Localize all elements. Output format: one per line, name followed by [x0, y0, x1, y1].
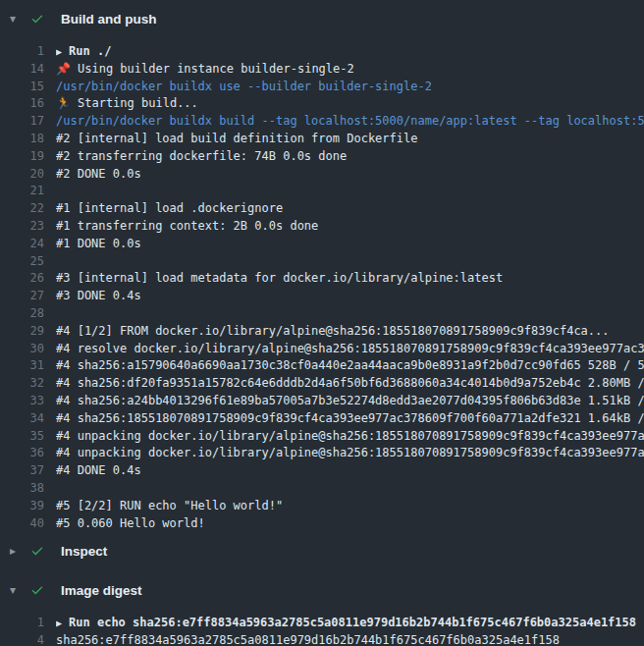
line-number[interactable]: 25 — [0, 253, 44, 271]
log-text: #3 DONE 0.4s — [56, 288, 644, 305]
log-line: 30#4 resolve docker.io/library/alpine@sh… — [0, 341, 644, 358]
line-number[interactable]: 23 — [0, 218, 44, 236]
line-number[interactable]: 38 — [0, 480, 44, 498]
section-header-build-and-push[interactable]: ▾ Build and push — [0, 0, 644, 37]
line-number[interactable]: 33 — [0, 393, 44, 410]
log-text: #3 [internal] load metadata for docker.i… — [56, 270, 644, 288]
log-line: 38 — [0, 480, 644, 498]
line-number[interactable]: 37 — [0, 462, 44, 480]
line-number[interactable]: 15 — [0, 79, 44, 96]
log-text: /usr/bin/docker buildx use --builder bui… — [56, 79, 644, 96]
line-number[interactable]: 21 — [0, 183, 44, 200]
log-line: 21 — [0, 183, 644, 200]
log-line: 29#4 [1/2] FROM docker.io/library/alpine… — [0, 323, 644, 341]
log-line: 36#4 unpacking docker.io/library/alpine@… — [0, 445, 644, 462]
log-text: ▶Run echo sha256:e7ff8834a5963a2785c5a08… — [56, 615, 644, 632]
log-text — [56, 253, 644, 271]
log-text: #4 sha256:a15790640a6690aa1730c38cf0a440… — [56, 357, 644, 375]
section-inspect: ▸ Inspect — [0, 532, 644, 569]
play-icon: ▶ — [56, 615, 62, 632]
log-line: 39#5 [2/2] RUN echo "Hello world!" — [0, 498, 644, 515]
check-success-icon — [29, 543, 45, 559]
log-text — [56, 480, 644, 498]
log-text — [56, 305, 644, 323]
chevron-down-icon[interactable]: ▾ — [10, 584, 22, 596]
runner-icon: 🏃 — [56, 95, 71, 113]
log-line: 26#3 [internal] load metadata for docker… — [0, 270, 644, 288]
section-title[interactable]: Inspect — [61, 544, 107, 559]
chevron-right-icon[interactable]: ▸ — [10, 545, 22, 557]
log-text: #4 sha256:df20fa9351a15782c64e6dddb2d4a6… — [56, 375, 644, 393]
pushpin-icon: 📌 — [56, 61, 71, 79]
line-number[interactable]: 22 — [0, 200, 44, 218]
line-number[interactable]: 40 — [0, 515, 44, 533]
line-number[interactable]: 29 — [0, 323, 44, 341]
log-text: #4 [1/2] FROM docker.io/library/alpine@s… — [56, 323, 644, 341]
log-text: #2 [internal] load build definition from… — [56, 131, 644, 148]
section-build-and-push: ▾ Build and push 1▶Run ./14📌Using builde… — [0, 0, 644, 532]
log-text: #4 unpacking docker.io/library/alpine@sh… — [56, 445, 644, 462]
log-text: ▶Run ./ — [56, 43, 644, 61]
line-number[interactable]: 30 — [0, 341, 44, 358]
log-line: 27#3 DONE 0.4s — [0, 288, 644, 305]
line-number[interactable]: 28 — [0, 305, 44, 323]
log-text: #1 transferring context: 2B 0.0s done — [56, 218, 644, 236]
section-title[interactable]: Image digest — [61, 583, 142, 598]
log-line: 22#1 [internal] load .dockerignore — [0, 200, 644, 218]
log-line: 37#4 DONE 0.4s — [0, 462, 644, 480]
line-number[interactable]: 39 — [0, 498, 44, 515]
log-line: 1▶Run ./ — [0, 43, 644, 61]
log-text: #4 DONE 0.4s — [56, 462, 644, 480]
log-text: 📌Using builder instance builder-single-2 — [56, 61, 644, 79]
line-number[interactable]: 18 — [0, 131, 44, 148]
check-success-icon — [29, 11, 45, 27]
line-number[interactable]: 27 — [0, 288, 44, 305]
line-number[interactable]: 26 — [0, 270, 44, 288]
section-title[interactable]: Build and push — [61, 12, 157, 27]
line-number[interactable]: 34 — [0, 410, 44, 428]
log-line: 1▶Run echo sha256:e7ff8834a5963a2785c5a0… — [0, 615, 644, 632]
log-lines-build-and-push: 1▶Run ./14📌Using builder instance builde… — [0, 43, 644, 532]
line-number[interactable]: 1 — [0, 615, 44, 632]
log-text: #2 transferring dockerfile: 74B 0.0s don… — [56, 148, 644, 166]
line-number[interactable]: 31 — [0, 357, 44, 375]
log-line: 25 — [0, 253, 644, 271]
log-text: #1 [internal] load .dockerignore — [56, 200, 644, 218]
line-number[interactable]: 1 — [0, 43, 44, 61]
log-text: #1 DONE 0.0s — [56, 236, 644, 253]
log-line: 19#2 transferring dockerfile: 74B 0.0s d… — [0, 148, 644, 166]
line-number[interactable]: 32 — [0, 375, 44, 393]
log-text: #4 sha256:a24bb4013296f61e89ba57005a7b3e… — [56, 393, 644, 410]
chevron-down-icon[interactable]: ▾ — [10, 13, 22, 25]
log-text: sha256:e7ff8834a5963a2785c5a0811e979d16b… — [56, 632, 644, 646]
log-line: 28 — [0, 305, 644, 323]
log-line: 17/usr/bin/docker buildx build --tag loc… — [0, 113, 644, 131]
log-line: 18#2 [internal] load build definition fr… — [0, 131, 644, 148]
line-number[interactable]: 20 — [0, 166, 44, 184]
line-number[interactable]: 16 — [0, 95, 44, 113]
log-line: 32#4 sha256:df20fa9351a15782c64e6dddb2d4… — [0, 375, 644, 393]
log-text: #4 unpacking docker.io/library/alpine@sh… — [56, 428, 644, 446]
line-number[interactable]: 14 — [0, 61, 44, 79]
log-text: #4 resolve docker.io/library/alpine@sha2… — [56, 341, 644, 358]
section-image-digest: ▾ Image digest 1▶Run echo sha256:e7ff883… — [0, 571, 644, 646]
line-number[interactable]: 24 — [0, 236, 44, 253]
log-line: 23#1 transferring context: 2B 0.0s done — [0, 218, 644, 236]
log-line: 31#4 sha256:a15790640a6690aa1730c38cf0a4… — [0, 357, 644, 375]
log-line: 15/usr/bin/docker buildx use --builder b… — [0, 79, 644, 96]
line-number[interactable]: 36 — [0, 445, 44, 462]
line-number[interactable]: 19 — [0, 148, 44, 166]
log-text: #5 [2/2] RUN echo "Hello world!" — [56, 498, 644, 515]
log-line: 16🏃Starting build... — [0, 95, 644, 113]
log-text: #2 DONE 0.0s — [56, 166, 644, 184]
check-success-icon — [29, 582, 45, 598]
section-header-inspect[interactable]: ▸ Inspect — [0, 532, 644, 569]
log-line: 4sha256:e7ff8834a5963a2785c5a0811e979d16… — [0, 632, 644, 646]
log-line: 24#1 DONE 0.0s — [0, 236, 644, 253]
section-header-image-digest[interactable]: ▾ Image digest — [0, 571, 644, 609]
log-line: 40#5 0.060 Hello world! — [0, 515, 644, 533]
line-number[interactable]: 4 — [0, 632, 44, 646]
line-number[interactable]: 35 — [0, 428, 44, 446]
actions-log: ▾ Build and push 1▶Run ./14📌Using builde… — [0, 0, 644, 646]
line-number[interactable]: 17 — [0, 113, 44, 131]
